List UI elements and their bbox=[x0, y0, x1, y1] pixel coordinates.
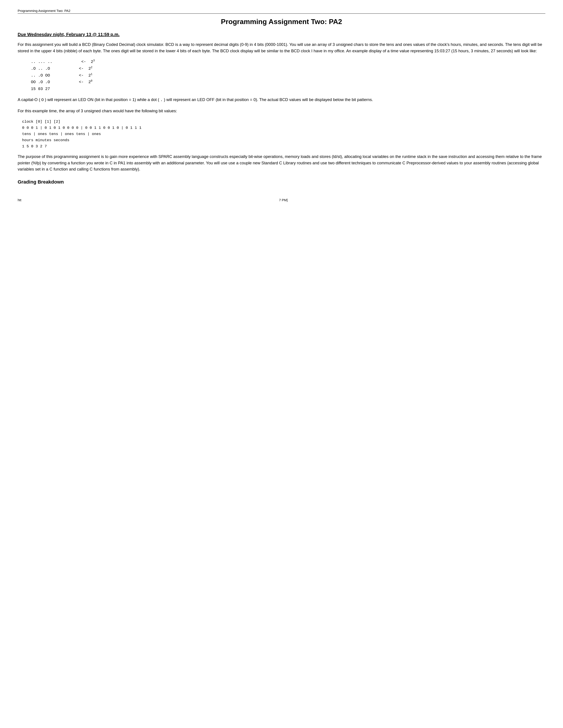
bcd-row-1: .. ... .. <- 23 bbox=[31, 58, 545, 65]
page-title: Programming Assignment Two: PA2 bbox=[18, 18, 545, 26]
grading-heading: Grading Breakdown bbox=[18, 179, 545, 185]
clock-labels-row: tens | ones tens | ones tens | ones bbox=[22, 131, 545, 137]
footer-center: 7 PM] bbox=[279, 198, 288, 202]
footer-bar: htt 7 PM] bbox=[18, 198, 545, 202]
bcd-arrow-4: <- 20 bbox=[79, 79, 92, 86]
clock-values-row: 1 5 0 3 2 7 bbox=[22, 143, 545, 150]
array-intro: For this example time, the array of 3 un… bbox=[18, 108, 545, 114]
bcd-display: .. ... .. <- 23 .O .. .O <- 22 .. .O OO … bbox=[31, 58, 545, 92]
page-header-bar: Programming Assignment Two: PA2 bbox=[18, 9, 545, 13]
led-explanation: A capital-O ( O ) will represent an LED … bbox=[18, 97, 545, 103]
bcd-bits-1: .. ... .. bbox=[31, 60, 52, 64]
footer-left: htt bbox=[18, 198, 21, 202]
due-date: Due Wednesday night, February 13 @ 11:59… bbox=[18, 32, 545, 37]
clock-units-row: hours minutes seconds bbox=[22, 137, 545, 143]
clock-table: clock [0] [1] [2] 0 0 0 1 | 0 1 0 1 0 0 … bbox=[22, 119, 545, 150]
intro-paragraph: For this assignment you will build a BCD… bbox=[18, 41, 545, 54]
bcd-bits-2: .O .. .O bbox=[31, 66, 50, 71]
header-rule bbox=[18, 13, 545, 14]
clock-bits-row: 0 0 0 1 | 0 1 0 1 0 0 0 0 | 0 0 1 1 0 0 … bbox=[22, 125, 545, 131]
bcd-bits-3: .. .O OO bbox=[31, 73, 50, 78]
clock-header-row: clock [0] [1] [2] bbox=[22, 119, 545, 125]
bcd-row-2: .O .. .O <- 22 bbox=[31, 65, 545, 72]
bcd-bits-4: OO .O .O bbox=[31, 80, 50, 84]
bcd-row-4: OO .O .O <- 20 bbox=[31, 79, 545, 86]
bcd-arrow-1: <- 23 bbox=[81, 58, 95, 65]
bcd-arrow-2: <- 22 bbox=[79, 65, 92, 72]
bcd-arrow-3: <- 21 bbox=[79, 72, 92, 79]
purpose-paragraph: The purpose of this programming assignme… bbox=[18, 154, 545, 173]
bcd-row-3: .. .O OO <- 21 bbox=[31, 72, 545, 79]
bcd-row-5: 15 03 27 bbox=[31, 86, 545, 92]
